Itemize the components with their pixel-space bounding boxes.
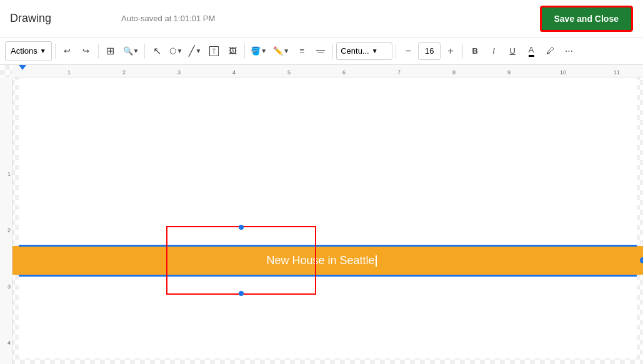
more-options-button[interactable]: ⋯ [560,41,577,61]
selection-bar-top [19,245,637,247]
font-size-input[interactable] [418,42,441,60]
format-button[interactable]: ⊞ [102,41,119,61]
toolbar: Actions ▼ ↩ ↪ ⊞ 🔍 ▼ ↖ ⬡ ▼ ╱ ▼ T 🖼 [0,37,643,65]
zoom-button[interactable]: 🔍 ▼ [121,41,142,61]
image-tool-button[interactable]: 🖼 [224,41,241,61]
italic-button[interactable]: I [485,41,502,61]
app-title: Drawing [10,12,51,25]
border-chevron-icon: ▼ [283,47,289,54]
shape-tool-button[interactable]: ⬡ ▼ [167,41,185,61]
autosave-status: Auto-saved at 1:01:01 PM [121,14,215,23]
ruler-mark-10: 10 [560,69,566,76]
underline-button[interactable]: U [504,41,521,61]
ruler-vmark-1: 1 [7,171,11,177]
separator-5 [332,44,333,59]
ruler-mark-3: 3 [177,69,181,76]
border-icon: ✏️ [273,46,283,56]
separator-4 [244,44,245,59]
ruler-mark-7: 7 [397,69,401,76]
textbox-tool-button[interactable]: T [205,41,222,61]
selection-bar-bottom [19,275,637,277]
canvas-area: 1 2 3 4 5 6 7 8 9 10 11 1 2 3 4 New Hous… [0,65,643,364]
line-chevron-icon: ▼ [195,47,201,54]
font-name-label: Centu... [341,46,369,56]
ruler-mark-8: 8 [452,69,456,76]
bold-button[interactable]: B [466,41,484,61]
ruler-vmark-3: 3 [7,283,11,290]
separator-3 [144,44,145,59]
ruler-mark-5: 5 [287,69,291,76]
zoom-chevron-icon: ▼ [133,47,139,54]
line-tool-button[interactable]: ╱ ▼ [186,41,204,61]
format-icon: ⊞ [106,45,114,57]
ruler-left: 1 2 3 4 [0,77,12,364]
actions-chevron-icon: ▼ [40,47,46,54]
separator-2 [98,44,99,59]
shape-chevron-icon: ▼ [176,47,182,54]
text-box-handle-bottom [239,291,244,296]
fill-color-button[interactable]: 🪣 ▼ [248,41,269,61]
ruler-position-indicator [19,65,26,70]
shape-icon: ⬡ [169,46,176,56]
header: Drawing Auto-saved at 1:01:01 PM Save an… [0,0,643,37]
orange-banner[interactable]: New House in Seattle [0,246,643,275]
ruler-mark-1: 1 [67,69,71,76]
save-and-close-button[interactable]: Save and Close [540,6,634,32]
fill-chevron-icon: ▼ [261,47,267,54]
ruler-vmark-2: 2 [7,227,11,234]
bold-icon: B [472,46,477,56]
align-h-button[interactable]: ≡ [293,41,311,61]
textbox-icon: T [209,46,219,56]
ruler-top: 1 2 3 4 5 6 7 8 9 10 11 [12,65,643,77]
ruler-mark-6: 6 [342,69,346,76]
align-v-icon [316,50,325,52]
undo-button[interactable]: ↩ [59,41,76,61]
text-box-selection[interactable] [166,226,316,295]
separator-7 [462,44,463,59]
highlight-icon: 🖊 [546,46,554,56]
ruler-mark-11: 11 [614,69,620,76]
font-chevron-icon: ▼ [372,47,378,54]
ruler-vmark-4: 4 [7,340,11,346]
align-v-button[interactable] [312,41,329,61]
font-size-control: − + [399,41,459,61]
fill-icon: 🪣 [251,46,261,56]
drawing-paper[interactable]: New House in Seattle [19,71,637,358]
redo-icon: ↪ [82,46,89,56]
image-icon: 🖼 [229,46,237,56]
separator-1 [55,44,56,59]
separator-6 [396,44,396,59]
text-color-icon: A [529,45,534,57]
border-color-button[interactable]: ✏️ ▼ [271,41,292,61]
header-left: Drawing Auto-saved at 1:01:01 PM [10,12,215,25]
undo-icon: ↩ [64,46,71,56]
ruler-mark-4: 4 [232,69,236,76]
select-tool-button[interactable]: ↖ [148,41,166,61]
align-h-icon: ≡ [299,46,304,56]
ruler-mark-9: 9 [507,69,511,76]
selection-handle-right [640,257,643,263]
redo-button[interactable]: ↪ [77,41,95,61]
underline-icon: U [509,46,515,56]
line-icon: ╱ [189,45,195,57]
more-icon: ⋯ [565,46,573,56]
actions-label: Actions [11,46,37,56]
text-color-button[interactable]: A [522,41,540,61]
text-box-handle-top [239,225,244,230]
font-size-increase-button[interactable]: + [442,41,459,61]
highlight-button[interactable]: 🖊 [541,41,559,61]
actions-menu-button[interactable]: Actions ▼ [5,41,52,61]
font-size-decrease-button[interactable]: − [399,41,417,61]
italic-icon: I [492,46,495,56]
select-icon: ↖ [153,45,161,57]
zoom-icon: 🔍 [123,46,133,56]
font-select[interactable]: Centu... ▼ [336,42,392,60]
ruler-mark-2: 2 [122,69,126,76]
